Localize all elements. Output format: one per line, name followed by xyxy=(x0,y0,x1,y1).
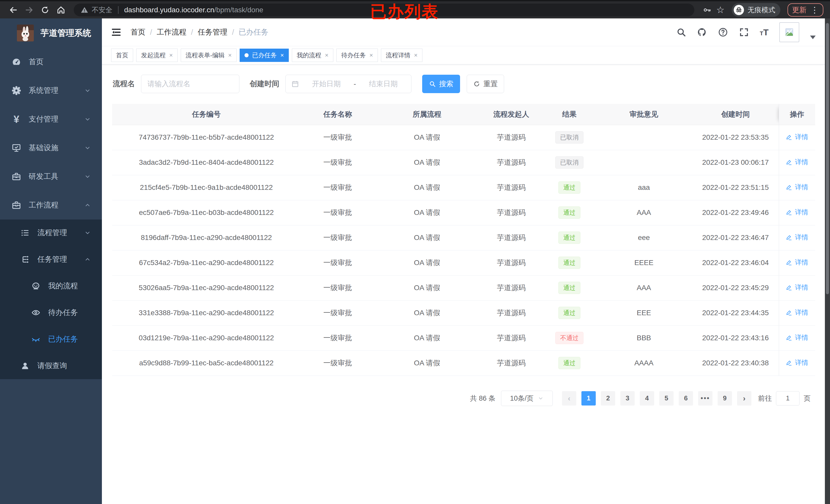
close-icon[interactable]: × xyxy=(169,52,173,58)
browser-menu-icon[interactable]: ⋮ xyxy=(810,6,819,14)
update-button[interactable]: 更新 ⋮ xyxy=(788,3,823,16)
collapse-sidebar-icon[interactable] xyxy=(111,27,121,37)
bookmark-star-icon[interactable]: ☆ xyxy=(716,5,725,15)
toolbox-icon xyxy=(11,172,22,181)
sidebar-logo-row[interactable]: 芋道管理系统 xyxy=(0,19,102,47)
list-icon xyxy=(20,228,31,237)
result-badge: 通过 xyxy=(558,206,580,219)
main-area: 首页 / 工作流程 / 任务管理 / 已办任务 TT xyxy=(102,19,825,504)
page-size-select[interactable]: 10条/页 xyxy=(501,391,553,406)
sidebar-item-infrastructure[interactable]: 基础设施 xyxy=(0,134,102,162)
browser-scrollbar[interactable] xyxy=(825,19,830,504)
security-label[interactable]: 不安全 xyxy=(92,5,113,14)
detail-link[interactable]: 详情 xyxy=(786,283,808,292)
sidebar-item-task-mgmt[interactable]: 任务管理 xyxy=(0,246,102,273)
browser-back-icon[interactable] xyxy=(7,3,20,16)
tab-my-process[interactable]: 我的流程 × xyxy=(292,48,333,62)
table-row: 215cf4e5-7b9b-11ec-9a1b-acde48001122 一级审… xyxy=(112,175,815,200)
start-date-placeholder[interactable]: 开始日期 xyxy=(304,79,348,89)
chevron-up-icon xyxy=(82,202,93,209)
detail-link[interactable]: 详情 xyxy=(786,133,808,141)
sidebar-item-my-process[interactable]: 我的流程 xyxy=(0,273,102,299)
sidebar-item-done-tasks[interactable]: 已办任务 xyxy=(0,326,102,352)
sidebar-item-label: 系统管理 xyxy=(29,86,58,96)
password-key-icon[interactable] xyxy=(700,3,714,16)
avatar-caret-icon[interactable] xyxy=(810,36,816,39)
result-badge: 通过 xyxy=(558,307,580,319)
page-button-1[interactable]: 1 xyxy=(581,391,596,405)
goto-page-input[interactable] xyxy=(776,391,800,405)
avatar[interactable] xyxy=(779,22,799,42)
page-button-4[interactable]: 4 xyxy=(640,391,654,405)
briefcase-icon xyxy=(11,200,22,210)
sidebar-item-process-mgmt[interactable]: 流程管理 xyxy=(0,220,102,246)
fullscreen-icon[interactable] xyxy=(739,27,749,37)
prev-page-button[interactable]: ‹ xyxy=(562,391,576,405)
help-icon[interactable] xyxy=(718,27,728,37)
page-button-3[interactable]: 3 xyxy=(620,391,635,405)
close-icon[interactable]: × xyxy=(370,52,373,58)
next-page-button[interactable]: › xyxy=(737,391,752,405)
sidebar-item-payment[interactable]: ¥ 支付管理 xyxy=(0,105,102,134)
tab-todo-tasks[interactable]: 待办任务 × xyxy=(337,48,378,62)
detail-link[interactable]: 详情 xyxy=(786,158,808,167)
sidebar-item-system[interactable]: 系统管理 xyxy=(0,76,102,105)
app-header: 首页 / 工作流程 / 任务管理 / 已办任务 TT xyxy=(102,19,825,46)
pagination: 共 86 条 10条/页 ‹ 1 2 3 4 5 6 ••• 9 › 前往 页 xyxy=(102,391,810,406)
end-date-placeholder[interactable]: 结束日期 xyxy=(361,79,406,89)
close-icon[interactable]: × xyxy=(414,52,418,58)
browser-forward-icon[interactable] xyxy=(23,3,36,16)
detail-link[interactable]: 详情 xyxy=(786,333,808,342)
detail-link[interactable]: 详情 xyxy=(786,183,808,192)
sidebar-item-todo-tasks[interactable]: 待办任务 xyxy=(0,299,102,326)
refresh-icon xyxy=(473,80,480,88)
detail-link[interactable]: 详情 xyxy=(786,208,808,217)
search-button[interactable]: 搜索 xyxy=(422,75,460,93)
sidebar-item-dev-tools[interactable]: 研发工具 xyxy=(0,162,102,191)
face-icon xyxy=(30,281,41,291)
scrollbar-thumb[interactable] xyxy=(826,23,829,294)
sidebar-item-workflow[interactable]: 工作流程 xyxy=(0,191,102,220)
yen-icon: ¥ xyxy=(11,114,22,124)
tab-done-tasks[interactable]: 已办任务 × xyxy=(240,48,289,62)
process-name-input[interactable] xyxy=(141,75,240,93)
table-row: 331e3388-7b9a-11ec-a290-acde48001122 一级审… xyxy=(112,300,815,326)
tab-form-edit[interactable]: 流程表单-编辑 × xyxy=(181,48,236,62)
breadcrumb-item[interactable]: 任务管理 xyxy=(198,27,227,37)
result-badge: 通过 xyxy=(558,282,580,294)
breadcrumb-item[interactable]: 工作流程 xyxy=(157,27,186,37)
dashboard-icon xyxy=(11,57,22,67)
search-icon[interactable] xyxy=(676,27,686,37)
close-icon[interactable]: × xyxy=(325,52,328,58)
page-button-5[interactable]: 5 xyxy=(659,391,674,405)
detail-link[interactable]: 详情 xyxy=(786,233,808,242)
detail-link[interactable]: 详情 xyxy=(786,258,808,267)
more-pages-button[interactable]: ••• xyxy=(698,391,712,405)
page-button-6[interactable]: 6 xyxy=(679,391,693,405)
result-badge: 已取消 xyxy=(555,131,583,144)
red-annotation: 已办列表 xyxy=(370,1,439,23)
sidebar-item-leave-query[interactable]: 请假查询 xyxy=(0,352,102,379)
close-icon[interactable]: × xyxy=(228,52,232,58)
github-icon[interactable] xyxy=(697,27,707,37)
chevron-down-icon xyxy=(82,229,93,236)
page-button-2[interactable]: 2 xyxy=(601,391,615,405)
tab-home[interactable]: 首页 xyxy=(111,48,133,62)
sidebar-item-label: 流程管理 xyxy=(37,228,67,238)
user-icon xyxy=(20,361,31,370)
close-icon[interactable]: × xyxy=(280,52,284,58)
table-row: 74736737-7b9b-11ec-b5b7-acde48001122 一级审… xyxy=(112,125,815,150)
reset-button[interactable]: 重置 xyxy=(467,75,504,93)
breadcrumb-item[interactable]: 首页 xyxy=(131,27,146,37)
detail-link[interactable]: 详情 xyxy=(786,358,808,367)
table-header-row: 任务编号 任务名称 所属流程 流程发起人 结果 审批意见 创建时间 操作 xyxy=(112,104,815,125)
sidebar-item-home[interactable]: 首页 xyxy=(0,47,102,76)
tab-process-detail[interactable]: 流程详情 × xyxy=(381,48,422,62)
date-range-picker[interactable]: 开始日期 - 结束日期 xyxy=(285,75,411,93)
tab-start-process[interactable]: 发起流程 × xyxy=(136,48,178,62)
font-size-icon[interactable]: TT xyxy=(760,27,769,37)
browser-reload-icon[interactable] xyxy=(38,3,52,16)
browser-home-icon[interactable] xyxy=(54,3,68,16)
page-button-9[interactable]: 9 xyxy=(717,391,732,405)
detail-link[interactable]: 详情 xyxy=(786,308,808,317)
